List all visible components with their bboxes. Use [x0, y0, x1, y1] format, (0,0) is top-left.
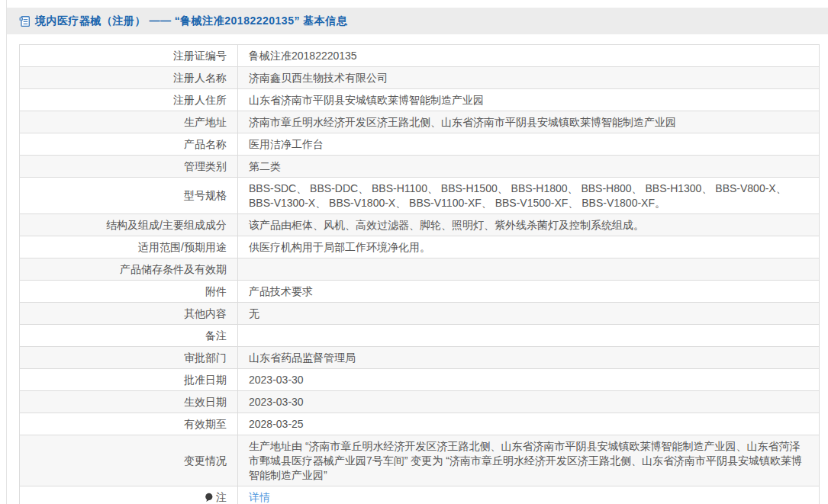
info-table-wrap: 注册证编号 鲁械注准20182220135 注册人名称 济南鑫贝西生物技术有限公…	[19, 44, 828, 504]
table-row: 注册证编号 鲁械注准20182220135	[20, 45, 820, 67]
field-label: 型号规格	[20, 178, 238, 214]
field-value: 无	[238, 303, 820, 325]
field-value: 2023-03-30	[238, 369, 820, 391]
table-row: 备注	[20, 325, 820, 347]
field-value: 供医疗机构用于局部工作环境净化用。	[238, 236, 820, 258]
field-label: 产品储存条件及有效期	[20, 258, 238, 281]
table-row: 注册人住所 山东省济南市平阴县安城镇欧莱博智能制造产业园	[20, 89, 820, 111]
field-value: 山东省济南市平阴县安城镇欧莱博智能制造产业园	[238, 89, 820, 111]
field-label: 注册人名称	[20, 67, 238, 89]
table-row: 其他内容 无	[20, 303, 820, 325]
field-value: 山东省药品监督管理局	[238, 347, 820, 369]
field-value: 医用洁净工作台	[238, 133, 820, 156]
field-value: BBS-SDC、 BBS-DDC、 BBS-H1100、 BBS-H1500、 …	[238, 178, 820, 214]
note-balloon-icon	[204, 493, 214, 502]
table-row: 批准日期 2023-03-30	[20, 369, 820, 391]
field-label: 变更情况	[20, 435, 238, 486]
field-label: 批准日期	[20, 369, 238, 391]
table-row: 产品名称 医用洁净工作台	[20, 133, 820, 156]
document-icon	[19, 15, 31, 27]
field-value	[238, 258, 820, 281]
field-label: 其他内容	[20, 303, 238, 325]
field-label: 结构及组成/主要组成成分	[20, 214, 238, 236]
table-row: 管理类别 第二类	[20, 156, 820, 178]
field-value	[238, 325, 820, 347]
page-header: 境内医疗器械（注册） —— “鲁械注准20182220135” 基本信息	[7, 8, 828, 34]
field-label: 管理类别	[20, 156, 238, 178]
field-label: 备注	[20, 325, 238, 347]
field-label: 产品名称	[20, 133, 238, 156]
table-row: 生效日期 2023-03-30	[20, 391, 820, 413]
field-value: 第二类	[238, 156, 820, 178]
field-value: 详情	[238, 486, 820, 504]
field-label: 有效期至	[20, 413, 238, 435]
registration-info-table: 注册证编号 鲁械注准20182220135 注册人名称 济南鑫贝西生物技术有限公…	[19, 44, 820, 504]
table-row-note: 注 详情	[20, 486, 820, 504]
field-value: 鲁械注准20182220135	[238, 45, 820, 67]
field-value: 2023-03-30	[238, 391, 820, 413]
table-row: 注册人名称 济南鑫贝西生物技术有限公司	[20, 67, 820, 89]
field-label: 审批部门	[20, 347, 238, 369]
table-row: 审批部门 山东省药品监督管理局	[20, 347, 820, 369]
note-label: 注	[216, 491, 227, 503]
field-label: 附件	[20, 281, 238, 303]
detail-link[interactable]: 详情	[249, 491, 270, 503]
field-value: 济南市章丘明水经济开发区济王路北侧、山东省济南市平阴县安城镇欧莱博智能制造产业园	[238, 111, 820, 133]
table-row: 有效期至 2028-03-25	[20, 413, 820, 435]
field-value: 生产地址由 “济南市章丘明水经济开发区济王路北侧、山东省济南市平阴县安城镇欧莱博…	[238, 435, 820, 486]
field-value: 2028-03-25	[238, 413, 820, 435]
table-row: 生产地址 济南市章丘明水经济开发区济王路北侧、山东省济南市平阴县安城镇欧莱博智能…	[20, 111, 820, 133]
field-label: 生产地址	[20, 111, 238, 133]
field-value: 济南鑫贝西生物技术有限公司	[238, 67, 820, 89]
table-row: 适用范围/预期用途 供医疗机构用于局部工作环境净化用。	[20, 236, 820, 258]
field-label: 生效日期	[20, 391, 238, 413]
field-label: 注册人住所	[20, 89, 238, 111]
table-row: 变更情况 生产地址由 “济南市章丘明水经济开发区济王路北侧、山东省济南市平阴县安…	[20, 435, 820, 486]
field-label: 注	[20, 486, 238, 504]
table-row: 产品储存条件及有效期	[20, 258, 820, 281]
field-value: 该产品由柜体、风机、高效过滤器、脚轮、照明灯、紫外线杀菌灯及控制系统组成。	[238, 214, 820, 236]
field-label: 适用范围/预期用途	[20, 236, 238, 258]
page-container: 境内医疗器械（注册） —— “鲁械注准20182220135” 基本信息 注册证…	[6, 0, 828, 504]
field-value: 产品技术要求	[238, 281, 820, 303]
table-row: 结构及组成/主要组成成分 该产品由柜体、风机、高效过滤器、脚轮、照明灯、紫外线杀…	[20, 214, 820, 236]
table-row: 附件 产品技术要求	[20, 281, 820, 303]
page-title: 境内医疗器械（注册） —— “鲁械注准20182220135” 基本信息	[35, 14, 347, 28]
field-label: 注册证编号	[20, 45, 238, 67]
table-row: 型号规格 BBS-SDC、 BBS-DDC、 BBS-H1100、 BBS-H1…	[20, 178, 820, 214]
